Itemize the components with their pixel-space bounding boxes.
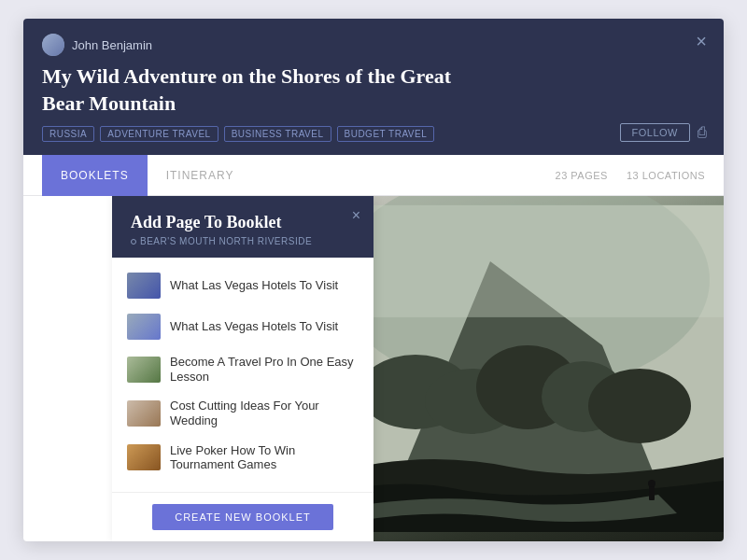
svg-rect-10: [322, 205, 724, 317]
header-actions: FOLLOW ⎙: [620, 123, 707, 142]
modal-title: Add Page To Booklet: [131, 213, 355, 232]
follow-button[interactable]: FOLLOW: [620, 123, 690, 142]
article-title: My Wild Adventure on the Shores of the G…: [42, 63, 490, 117]
list-item-thumbnail: [127, 444, 161, 470]
list-item[interactable]: Cost Cutting Ideas For Your Wedding: [112, 391, 374, 435]
tag[interactable]: BUSINESS TRAVEL: [224, 126, 331, 142]
user-name: John Benjamin: [72, 38, 152, 52]
list-item-label: What Las Vegas Hotels To Visit: [170, 278, 338, 293]
modal-subtitle: BEAR'S MOUTH NORTH RIVERSIDE: [131, 236, 355, 246]
list-item-label: Become A Travel Pro In One Easy Lesson: [170, 355, 359, 384]
list-item[interactable]: What Las Vegas Hotels To Visit: [112, 306, 374, 347]
svg-point-7: [588, 369, 691, 443]
list-item[interactable]: Become A Travel Pro In One Easy Lesson: [112, 347, 374, 391]
tab-booklets[interactable]: BOOKLETS: [42, 155, 148, 196]
modal-footer: CREATE NEW BOOKLET: [112, 492, 374, 541]
list-item-label: Live Poker How To Win Tournament Games: [170, 443, 359, 472]
main-container: John Benjamin My Wild Adventure on the S…: [23, 19, 724, 541]
list-item-thumbnail: [127, 400, 161, 427]
list-item-label: What Las Vegas Hotels To Visit: [170, 319, 338, 334]
tags-container: RUSSIAADVENTURE TRAVELBUSINESS TRAVELBUD…: [42, 126, 705, 142]
booklet-list: What Las Vegas Hotels To VisitWhat Las V…: [112, 258, 374, 492]
tab-itinerary[interactable]: ITINERARY: [148, 155, 253, 196]
modal-header: Add Page To Booklet BEAR'S MOUTH NORTH R…: [112, 196, 374, 258]
list-item-thumbnail: [127, 273, 161, 299]
list-item-thumbnail: [127, 314, 161, 340]
share-icon[interactable]: ⎙: [698, 124, 707, 141]
list-item[interactable]: Live Poker How To Win Tournament Games: [112, 436, 374, 480]
add-page-modal: Add Page To Booklet BEAR'S MOUTH NORTH R…: [112, 196, 374, 541]
svg-point-9: [648, 480, 655, 487]
close-icon[interactable]: ×: [696, 32, 707, 50]
tag[interactable]: ADVENTURE TRAVEL: [100, 126, 218, 142]
tag[interactable]: RUSSIA: [42, 126, 94, 142]
background-image: [322, 196, 724, 541]
svg-rect-8: [649, 485, 655, 500]
location-dot-icon: [131, 239, 136, 245]
locations-count: 13 LOCATIONS: [627, 170, 705, 181]
create-booklet-button[interactable]: CREATE NEW BOOKLET: [152, 504, 333, 530]
list-item-thumbnail: [127, 357, 161, 383]
content-area: 256 SHARES Add Page To Booklet BEAR'S MO…: [23, 196, 724, 541]
article-header: John Benjamin My Wild Adventure on the S…: [23, 19, 724, 155]
avatar: [42, 34, 64, 56]
modal-close-icon[interactable]: ×: [352, 207, 360, 224]
user-info: John Benjamin: [42, 34, 705, 56]
list-item[interactable]: What Las Vegas Hotels To Visit: [112, 265, 374, 306]
list-item-label: Cost Cutting Ideas For Your Wedding: [170, 399, 359, 427]
tabs-bar: BOOKLETS ITINERARY 23 PAGES 13 LOCATIONS: [23, 155, 724, 196]
pages-count: 23 PAGES: [556, 170, 608, 181]
tag[interactable]: BUDGET TRAVEL: [337, 126, 435, 142]
tabs-right-info: 23 PAGES 13 LOCATIONS: [556, 170, 705, 181]
